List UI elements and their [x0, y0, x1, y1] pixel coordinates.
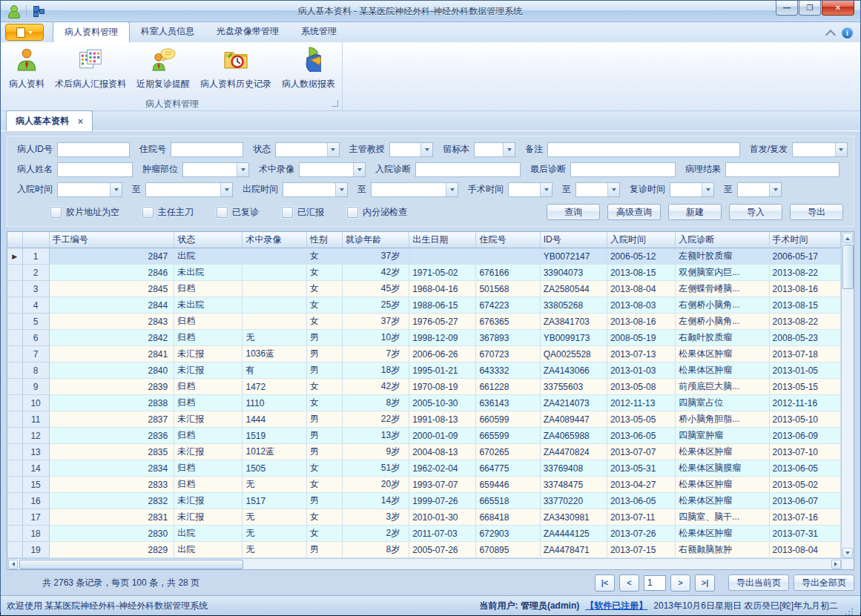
cell[interactable]	[243, 297, 306, 314]
cell[interactable]: 2012-11-16	[769, 395, 840, 411]
cell[interactable]: 无	[243, 542, 306, 558]
horizontal-scroll-thumb[interactable]	[19, 560, 243, 569]
row-selector-cell[interactable]	[7, 411, 22, 428]
cell[interactable]: 2013-06-07	[769, 493, 840, 509]
cell[interactable]: 男	[306, 428, 342, 444]
cell[interactable]: 松果体区肿瘤	[676, 444, 769, 460]
cell[interactable]: 女	[306, 265, 342, 281]
vertical-scroll-thumb[interactable]	[842, 245, 854, 289]
cell[interactable]: 2013-07-10	[769, 444, 840, 460]
table-row[interactable]: 32845归档女45岁1968-04-16501568ZA25805442013…	[7, 281, 841, 297]
cell[interactable]: 1444	[243, 411, 306, 428]
cell[interactable]: 未汇报	[174, 509, 243, 526]
chevron-down-icon[interactable]	[607, 183, 619, 196]
cell[interactable]: 2836	[49, 428, 174, 444]
cell[interactable]: 501568	[476, 281, 540, 297]
column-header[interactable]: ID号	[540, 232, 607, 248]
filter-combobox[interactable]	[299, 162, 366, 177]
cell[interactable]: 367893	[476, 330, 540, 346]
cell[interactable]: 2013-05-31	[607, 460, 675, 477]
cell[interactable]: 归档	[174, 395, 243, 411]
ribbon-button-4[interactable]: 病人数据报表	[277, 44, 340, 98]
cell[interactable]: 1993-07-07	[409, 477, 476, 493]
cell[interactable]: 2013-07-18	[769, 346, 840, 362]
filter-combobox[interactable]	[670, 182, 714, 197]
row-selector-cell[interactable]	[7, 346, 22, 362]
cell[interactable]: YB0072147	[540, 248, 607, 265]
cell[interactable]: 33755603	[540, 379, 607, 395]
row-selector-cell[interactable]	[7, 265, 22, 281]
cell[interactable]: ZA3430981	[540, 509, 607, 526]
cell[interactable]: 2013-08-15	[607, 265, 675, 281]
cell[interactable]: 2843	[49, 314, 174, 330]
chevron-down-icon[interactable]	[835, 143, 847, 156]
filter-combobox[interactable]	[182, 162, 249, 177]
cell[interactable]: 8岁	[342, 395, 409, 411]
cell[interactable]: 出院	[174, 526, 243, 542]
cell[interactable]: 665518	[476, 493, 540, 509]
cell[interactable]: 2006-05-12	[607, 248, 675, 265]
cell[interactable]: 2013-06-05	[607, 493, 675, 509]
cell[interactable]: ZA4444125	[540, 526, 607, 542]
filter-combobox[interactable]	[283, 182, 348, 197]
cell[interactable]: 2013-07-13	[607, 346, 675, 362]
cell[interactable]: 643332	[476, 362, 540, 379]
cell[interactable]: 676166	[476, 265, 540, 281]
cell[interactable]: 1962-02-04	[409, 460, 476, 477]
cell[interactable]: 女	[306, 281, 342, 297]
cell[interactable]: 归档	[174, 460, 243, 477]
table-row[interactable]: 72841未汇报1036蓝男7岁2006-06-26670723QA002552…	[7, 346, 841, 362]
filter-combobox[interactable]	[575, 182, 620, 197]
column-header[interactable]: 性别	[306, 232, 342, 248]
cell[interactable]: 674223	[476, 297, 540, 314]
checkbox-item-2[interactable]: 已复诊	[217, 206, 259, 219]
first-page-button[interactable]: |<	[595, 574, 615, 592]
cell[interactable]: 2013-01-05	[769, 362, 840, 379]
filter-input[interactable]	[57, 142, 130, 157]
cell[interactable]: 无	[243, 330, 306, 346]
table-row[interactable]: 52843归档女37岁1976-05-27676365ZA38417032013…	[7, 314, 841, 330]
prev-page-button[interactable]: <	[619, 574, 639, 592]
table-row[interactable]: 112837未汇报1444男22岁1991-08-13660599ZA40894…	[7, 411, 841, 428]
checkbox-item-1[interactable]: 主任主刀	[142, 206, 194, 219]
scroll-down-icon[interactable]	[842, 548, 853, 558]
filter-combobox[interactable]	[792, 142, 848, 157]
cell[interactable]: 无	[243, 526, 306, 542]
cell[interactable]: 51岁	[342, 460, 409, 477]
cell[interactable]: ZA4143066	[540, 362, 607, 379]
table-row[interactable]: ▶12847出院女37岁YB00721472006-05-12左额叶胶质瘤200…	[7, 248, 841, 265]
cell[interactable]: 1976-05-27	[409, 314, 476, 330]
cell[interactable]: 660599	[476, 411, 540, 428]
cell[interactable]: 1999-07-26	[409, 493, 476, 509]
action-button-1[interactable]: 高级查询	[607, 204, 661, 220]
cell[interactable]	[243, 248, 306, 265]
export-current-page-button[interactable]: 导出当前页	[728, 574, 789, 591]
filter-combobox[interactable]	[474, 142, 515, 157]
row-selector-cell[interactable]	[7, 362, 22, 379]
cell[interactable]: 归档	[174, 281, 243, 297]
cell[interactable]: 右侧桥小脑角...	[676, 297, 769, 314]
cell[interactable]: 2842	[49, 330, 174, 346]
close-button[interactable]: ✕	[822, 1, 854, 16]
cell[interactable]: 670265	[476, 444, 540, 460]
horizontal-scrollbar[interactable]	[7, 558, 841, 569]
cell[interactable]: 2011-07-03	[409, 526, 476, 542]
cell[interactable]: 女	[306, 526, 342, 542]
cell[interactable]: ZA4478471	[540, 542, 607, 558]
row-selector-cell[interactable]	[7, 493, 22, 509]
filter-combobox[interactable]	[508, 182, 552, 197]
column-header-blank[interactable]	[22, 232, 49, 248]
cell[interactable]: 2838	[49, 395, 174, 411]
cell[interactable]: 1519	[243, 428, 306, 444]
cell[interactable]: 8岁	[342, 542, 409, 558]
table-row[interactable]: 82840未汇报有男18岁1995-01-21643332ZA414306620…	[7, 362, 841, 379]
cell[interactable]: 四脑室肿瘤	[676, 428, 769, 444]
cell[interactable]: 670723	[476, 346, 540, 362]
ribbon-button-3[interactable]: 病人资料历史记录	[195, 44, 277, 98]
chevron-down-icon[interactable]	[220, 183, 232, 196]
row-selector-cell[interactable]: ▶	[7, 248, 22, 265]
cell[interactable]: 1517	[243, 493, 306, 509]
cell[interactable]: 松果体区脑膜瘤	[676, 460, 769, 477]
cell[interactable]: 2013-05-02	[769, 477, 840, 493]
cell[interactable]: 女	[306, 379, 342, 395]
